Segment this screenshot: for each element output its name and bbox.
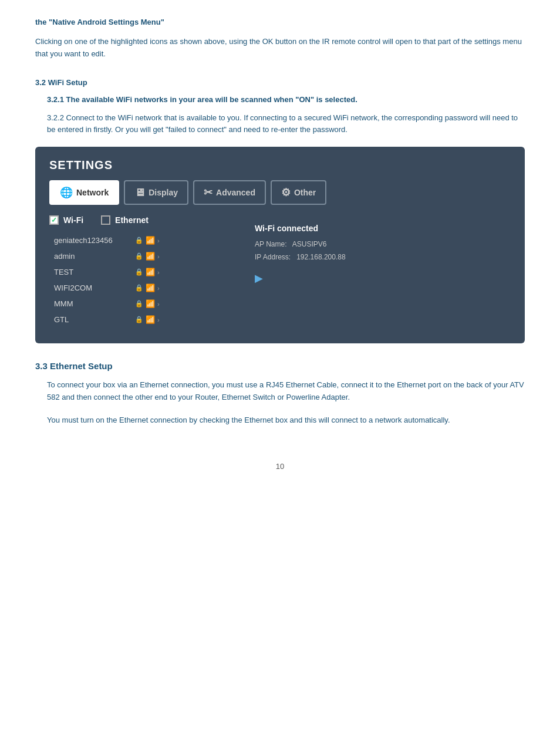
section-32-heading: 3.2 WiFi Setup	[35, 78, 525, 87]
wifi-signal-icon: 📶	[146, 268, 155, 276]
tab-network-label: Network	[76, 188, 109, 197]
network-name: TEST	[54, 268, 130, 276]
wifi-connected-title: Wi-Fi connected	[255, 221, 511, 236]
lock-icon: 🔒	[135, 284, 143, 292]
display-icon: 🖥	[134, 187, 145, 199]
wifi-label: Wi-Fi	[63, 215, 83, 225]
settings-tabs: 🌐 Network 🖥 Display ✂ Advanced ⚙ Other	[49, 180, 511, 205]
settings-left-panel: ✓ Wi-Fi Ethernet geniatech123456 🔒 📶 ›	[49, 215, 237, 327]
settings-panel: SETTINGS 🌐 Network 🖥 Display ✂ Advanced …	[35, 147, 525, 343]
lock-icon: 🔒	[135, 237, 143, 244]
ip-value: 192.168.200.88	[296, 253, 345, 261]
network-icons: 🔒 📶 ›	[135, 236, 160, 245]
advanced-icon: ✂	[204, 186, 212, 199]
lock-icon: 🔒	[135, 316, 143, 323]
network-item[interactable]: MMM 🔒 📶 ›	[49, 296, 237, 311]
network-icons: 🔒 📶 ›	[135, 252, 160, 261]
network-name: geniatech123456	[54, 236, 130, 245]
lock-icon: 🔒	[135, 252, 143, 260]
wifi-signal-icon: 📶	[146, 283, 155, 292]
ap-name-label: AP Name:	[255, 240, 286, 248]
connection-row: ✓ Wi-Fi Ethernet	[49, 215, 237, 225]
tab-other-label: Other	[294, 188, 316, 197]
arrow-icon: ›	[157, 269, 160, 276]
network-item[interactable]: GTL 🔒 📶 ›	[49, 312, 237, 327]
network-icons: 🔒 📶 ›	[135, 268, 160, 276]
ip-label: IP Address:	[255, 253, 291, 261]
section-33-para2: You must turn on the Ethernet connection…	[35, 414, 525, 427]
wifi-info: Wi-Fi connected AP Name: ASUSIPV6 IP Add…	[255, 221, 511, 288]
wifi-signal-icon: 📶	[146, 252, 155, 261]
network-icon: 🌐	[60, 186, 73, 199]
network-icons: 🔒 📶 ›	[135, 299, 160, 308]
tab-advanced-label: Advanced	[216, 188, 255, 197]
ethernet-toggle[interactable]: Ethernet	[101, 215, 149, 225]
arrow-icon: ›	[157, 285, 160, 292]
wifi-signal-icon: 📶	[146, 315, 155, 324]
tab-display[interactable]: 🖥 Display	[124, 180, 188, 205]
section-33: 3.3 Ethernet Setup To connect your box v…	[35, 361, 525, 426]
section-33-para1: To connect your box via an Ethernet conn…	[35, 379, 525, 404]
intro-title: the "Native Android Settings Menu"	[35, 18, 525, 26]
lock-icon: 🔒	[135, 268, 143, 276]
wifi-checkbox[interactable]: ✓	[49, 215, 59, 225]
lock-icon: 🔒	[135, 300, 143, 308]
ap-name-row: AP Name: ASUSIPV6	[255, 238, 511, 251]
tab-other[interactable]: ⚙ Other	[271, 180, 326, 205]
network-name: admin	[54, 252, 130, 261]
ap-name-value: ASUSIPV6	[292, 240, 327, 248]
arrow-icon: ›	[157, 237, 160, 244]
network-name: MMM	[54, 299, 130, 308]
cursor-indicator: ▶	[255, 269, 511, 288]
network-icons: 🔒 📶 ›	[135, 315, 160, 324]
tab-display-label: Display	[149, 188, 178, 197]
settings-content: ✓ Wi-Fi Ethernet geniatech123456 🔒 📶 ›	[49, 215, 511, 327]
section-33-heading: 3.3 Ethernet Setup	[35, 361, 525, 371]
ip-address-row: IP Address: 192.168.200.88	[255, 251, 511, 264]
ethernet-label: Ethernet	[115, 215, 149, 225]
tab-network[interactable]: 🌐 Network	[49, 180, 119, 205]
arrow-icon: ›	[157, 253, 160, 260]
subsection-322-para: 3.2.2 Connect to the WiFi network that i…	[35, 112, 525, 137]
page-number: 10	[35, 462, 525, 471]
network-item[interactable]: TEST 🔒 📶 ›	[49, 265, 237, 279]
intro-paragraph: Clicking on one of the highlighted icons…	[35, 36, 525, 60]
network-list: geniatech123456 🔒 📶 › admin 🔒 📶 ›	[49, 233, 237, 327]
tab-advanced[interactable]: ✂ Advanced	[193, 180, 266, 205]
ethernet-checkbox[interactable]	[101, 215, 110, 225]
other-icon: ⚙	[281, 186, 291, 199]
wifi-signal-icon: 📶	[146, 299, 155, 308]
arrow-icon: ›	[157, 301, 160, 308]
network-item[interactable]: admin 🔒 📶 ›	[49, 249, 237, 264]
subsection-321-heading: 3.2.1 The available WiFi networks in you…	[35, 95, 525, 104]
network-name: GTL	[54, 315, 130, 324]
network-icons: 🔒 📶 ›	[135, 283, 160, 292]
wifi-signal-icon: 📶	[146, 236, 155, 245]
settings-title: SETTINGS	[49, 158, 511, 172]
network-name: WIFI2COM	[54, 283, 130, 292]
settings-right-panel: Wi-Fi connected AP Name: ASUSIPV6 IP Add…	[237, 215, 511, 327]
arrow-icon: ›	[157, 316, 160, 323]
network-item[interactable]: WIFI2COM 🔒 📶 ›	[49, 281, 237, 295]
wifi-toggle[interactable]: ✓ Wi-Fi	[49, 215, 83, 225]
network-item[interactable]: geniatech123456 🔒 📶 ›	[49, 233, 237, 248]
